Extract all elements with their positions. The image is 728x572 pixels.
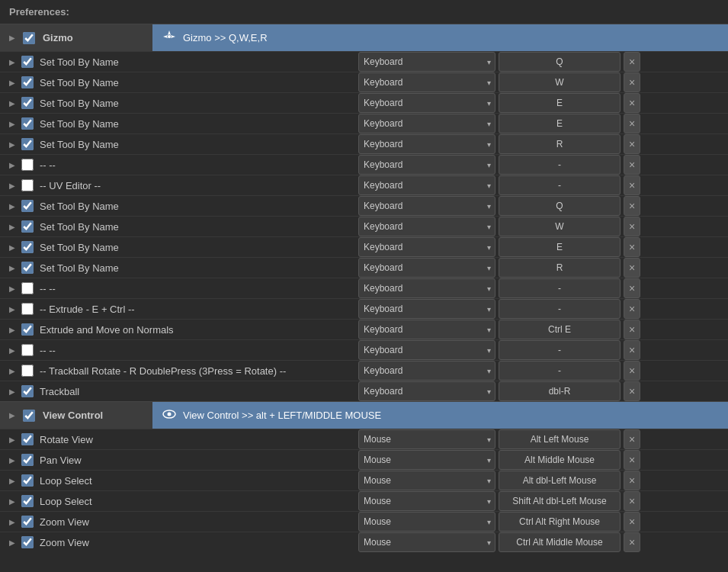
row-checkbox[interactable] [21, 262, 34, 274]
row-checkbox[interactable] [21, 454, 34, 466]
delete-button[interactable]: × [624, 532, 640, 552]
delete-button[interactable]: × [624, 299, 640, 319]
input-type-dropdown[interactable]: Keyboard [358, 134, 495, 154]
delete-button[interactable]: × [624, 278, 640, 298]
section-expand-view-control[interactable]: ▶ [6, 410, 18, 422]
row-expand-arrow[interactable]: ▶ [6, 433, 18, 445]
input-type-dropdown[interactable]: Keyboard [358, 278, 495, 298]
section-checkbox-view-control[interactable] [23, 410, 35, 422]
input-type-dropdown[interactable]: Mouse [358, 491, 495, 511]
delete-button[interactable]: × [624, 237, 640, 257]
row-checkbox[interactable] [21, 138, 34, 150]
delete-button[interactable]: × [624, 155, 640, 175]
delete-button[interactable]: × [624, 381, 640, 401]
row-expand-arrow[interactable]: ▶ [6, 303, 18, 315]
row-checkbox[interactable] [21, 433, 34, 445]
row-checkbox[interactable] [21, 179, 34, 191]
delete-button[interactable]: × [624, 491, 640, 511]
key-binding-value[interactable]: dbl-R [499, 381, 621, 401]
delete-button[interactable]: × [624, 429, 640, 449]
key-binding-value[interactable]: - [499, 155, 621, 175]
delete-button[interactable]: × [624, 361, 640, 381]
row-expand-arrow[interactable]: ▶ [6, 200, 18, 212]
delete-button[interactable]: × [624, 450, 640, 470]
row-expand-arrow[interactable]: ▶ [6, 220, 18, 233]
key-binding-value[interactable]: R [499, 134, 621, 154]
row-expand-arrow[interactable]: ▶ [6, 344, 18, 356]
delete-button[interactable]: × [624, 52, 640, 72]
input-type-dropdown[interactable]: Keyboard [358, 93, 495, 113]
row-expand-arrow[interactable]: ▶ [6, 282, 18, 294]
key-binding-value[interactable]: Ctrl Alt Middle Mouse [499, 532, 621, 552]
delete-button[interactable]: × [624, 217, 640, 236]
row-checkbox[interactable] [21, 495, 34, 507]
key-binding-value[interactable]: W [499, 217, 621, 236]
row-checkbox[interactable] [21, 516, 34, 528]
input-type-dropdown[interactable]: Keyboard [358, 237, 495, 257]
input-type-dropdown[interactable]: Keyboard [358, 361, 495, 381]
section-expand-gizmo[interactable]: ▶ [6, 32, 18, 44]
input-type-dropdown[interactable]: Keyboard [358, 114, 495, 133]
key-binding-value[interactable]: E [499, 237, 621, 257]
key-binding-value[interactable]: W [499, 72, 621, 92]
row-checkbox[interactable] [21, 241, 34, 253]
row-expand-arrow[interactable]: ▶ [6, 474, 18, 487]
input-type-dropdown[interactable]: Keyboard [358, 52, 495, 72]
row-checkbox[interactable] [21, 282, 34, 294]
delete-button[interactable]: × [624, 471, 640, 490]
row-expand-arrow[interactable]: ▶ [6, 138, 18, 150]
key-binding-value[interactable]: Shift Alt dbl-Left Mouse [499, 491, 621, 511]
section-checkbox-gizmo[interactable] [23, 32, 35, 44]
row-expand-arrow[interactable]: ▶ [6, 179, 18, 191]
key-binding-value[interactable]: E [499, 93, 621, 113]
row-checkbox[interactable] [21, 56, 34, 68]
delete-button[interactable]: × [624, 93, 640, 113]
row-expand-arrow[interactable]: ▶ [6, 365, 18, 377]
input-type-dropdown[interactable]: Keyboard [358, 340, 495, 360]
input-type-dropdown[interactable]: Keyboard [358, 299, 495, 319]
delete-button[interactable]: × [624, 320, 640, 339]
row-expand-arrow[interactable]: ▶ [6, 117, 18, 130]
row-checkbox[interactable] [21, 344, 34, 356]
delete-button[interactable]: × [624, 196, 640, 216]
row-expand-arrow[interactable]: ▶ [6, 76, 18, 88]
key-binding-value[interactable]: Alt Left Mouse [499, 429, 621, 449]
delete-button[interactable]: × [624, 175, 640, 195]
delete-button[interactable]: × [624, 114, 640, 133]
row-expand-arrow[interactable]: ▶ [6, 385, 18, 397]
row-expand-arrow[interactable]: ▶ [6, 262, 18, 274]
delete-button[interactable]: × [624, 258, 640, 278]
input-type-dropdown[interactable]: Keyboard [358, 258, 495, 278]
row-expand-arrow[interactable]: ▶ [6, 56, 18, 68]
row-expand-arrow[interactable]: ▶ [6, 454, 18, 466]
input-type-dropdown[interactable]: Mouse [358, 429, 495, 449]
key-binding-value[interactable]: Ctrl Alt Right Mouse [499, 512, 621, 532]
input-type-dropdown[interactable]: Keyboard [358, 175, 495, 195]
delete-button[interactable]: × [624, 340, 640, 360]
input-type-dropdown[interactable]: Keyboard [358, 196, 495, 216]
row-checkbox[interactable] [21, 474, 34, 487]
key-binding-value[interactable]: R [499, 258, 621, 278]
key-binding-value[interactable]: Alt Middle Mouse [499, 450, 621, 470]
input-type-dropdown[interactable]: Mouse [358, 450, 495, 470]
input-type-dropdown[interactable]: Keyboard [358, 72, 495, 92]
row-expand-arrow[interactable]: ▶ [6, 516, 18, 528]
row-checkbox[interactable] [21, 220, 34, 233]
key-binding-value[interactable]: Q [499, 52, 621, 72]
key-binding-value[interactable]: Q [499, 196, 621, 216]
input-type-dropdown[interactable]: Keyboard [358, 381, 495, 401]
key-binding-value[interactable]: - [499, 361, 621, 381]
row-checkbox[interactable] [21, 117, 34, 130]
input-type-dropdown[interactable]: Mouse [358, 512, 495, 532]
key-binding-value[interactable]: - [499, 175, 621, 195]
key-binding-value[interactable]: - [499, 278, 621, 298]
row-checkbox[interactable] [21, 536, 34, 548]
row-checkbox[interactable] [21, 365, 34, 377]
key-binding-value[interactable]: Alt dbl-Left Mouse [499, 471, 621, 490]
key-binding-value[interactable]: E [499, 114, 621, 133]
key-binding-value[interactable]: - [499, 340, 621, 360]
key-binding-value[interactable]: Ctrl E [499, 320, 621, 339]
row-checkbox[interactable] [21, 323, 34, 336]
row-checkbox[interactable] [21, 159, 34, 171]
input-type-dropdown[interactable]: Keyboard [358, 217, 495, 236]
